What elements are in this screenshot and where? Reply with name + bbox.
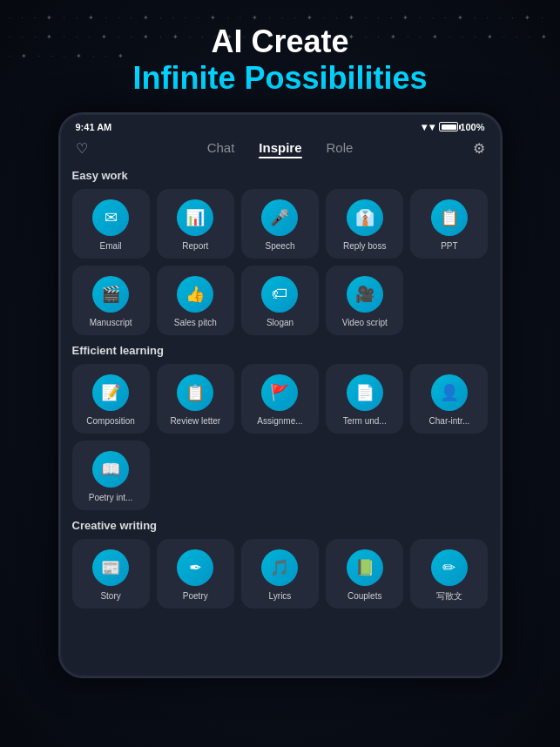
item-label: Reply boss: [343, 241, 386, 252]
content-area: Easy work✉Email📊Report🎤Speech👔Reply boss…: [60, 164, 501, 651]
grid-item-slogan[interactable]: 🏷Slogan: [241, 266, 319, 335]
status-bar: 9:41 AM ▾ ▾ 100%: [60, 114, 501, 137]
item-label: Poetry: [183, 591, 208, 602]
grid-item-video-script[interactable]: 🎥Video script: [326, 266, 403, 335]
item-label: Char-intr...: [429, 416, 470, 427]
poetry-int...-icon: 📖: [92, 451, 129, 488]
battery-icon: [439, 122, 458, 131]
grid-item-写散文[interactable]: ✏写散文: [410, 539, 488, 609]
manuscript-icon: 🎬: [92, 276, 129, 313]
item-label: Slogan: [267, 318, 293, 328]
wifi-icon: ▾ ▾: [422, 121, 435, 133]
grid-item-term-und...[interactable]: 📄Term und...: [326, 364, 403, 434]
grid: 📰Story✒Poetry🎵Lyrics📗Couplets✏写散文: [72, 539, 489, 609]
poetry-icon: ✒: [177, 549, 213, 586]
battery-percent: 100%: [460, 122, 484, 132]
item-label: Speech: [266, 241, 295, 252]
grid-item-poetry[interactable]: ✒Poetry: [157, 539, 234, 609]
grid-item-reply-boss[interactable]: 👔Reply boss: [326, 189, 403, 259]
couplets-icon: 📗: [347, 549, 383, 586]
header-title-line2: Infinite Possibilities: [0, 59, 560, 97]
item-label: PPT: [441, 241, 457, 252]
section-label: Easy work: [72, 169, 489, 182]
grid-item-assignme...[interactable]: 🚩Assignme...: [241, 364, 319, 434]
header-title-line1: AI Create: [0, 24, 560, 59]
nav-tabs: ♡ Chat Inspire Role ⚙: [60, 137, 501, 164]
grid-item-story[interactable]: 📰Story: [72, 539, 150, 609]
settings-icon[interactable]: ⚙: [473, 140, 485, 157]
sales-pitch-icon: 👍: [177, 276, 213, 313]
grid-item-speech[interactable]: 🎤Speech: [241, 189, 319, 259]
assignme...-icon: 🚩: [261, 374, 298, 411]
video-script-icon: 🎥: [347, 276, 383, 313]
heart-icon[interactable]: ♡: [76, 140, 88, 157]
grid-item-manuscript[interactable]: 🎬Manuscript: [72, 266, 150, 335]
grid-item-composition[interactable]: 📝Composition: [72, 364, 150, 434]
reply-boss-icon: 👔: [347, 199, 383, 236]
item-label: Report: [182, 241, 208, 252]
item-label: Sales pitch: [174, 318, 217, 328]
composition-icon: 📝: [92, 374, 129, 411]
lyrics-icon: 🎵: [261, 549, 298, 586]
item-label: Composition: [86, 416, 135, 427]
report-icon: 📊: [177, 199, 213, 236]
status-time: 9:41 AM: [76, 122, 112, 132]
story-icon: 📰: [92, 549, 129, 586]
tab-role[interactable]: Role: [327, 140, 354, 155]
tab-inspire[interactable]: Inspire: [259, 140, 301, 155]
tab-active-underline: [259, 157, 302, 158]
item-label: Lyrics: [269, 591, 292, 602]
status-right: ▾ ▾ 100%: [422, 121, 484, 133]
grid-item-email[interactable]: ✉Email: [72, 189, 150, 259]
item-label: Video script: [342, 318, 388, 328]
section-label: Creative writing: [72, 519, 489, 532]
item-label: Assignme...: [257, 416, 302, 427]
item-label: Story: [100, 591, 120, 602]
grid-item-lyrics[interactable]: 🎵Lyrics: [241, 539, 319, 609]
term-und...-icon: 📄: [347, 374, 383, 411]
item-label: Email: [100, 241, 122, 252]
grid-item-ppt[interactable]: 📋PPT: [410, 189, 488, 259]
grid-item-sales-pitch[interactable]: 👍Sales pitch: [157, 266, 234, 335]
tab-chat[interactable]: Chat: [207, 140, 235, 155]
grid: ✉Email📊Report🎤Speech👔Reply boss📋PPT🎬Manu…: [72, 189, 489, 335]
speech-icon: 🎤: [261, 199, 298, 236]
ipad-frame: 9:41 AM ▾ ▾ 100% ♡ Chat Inspire Role ⚙ E…: [58, 112, 503, 678]
item-label: Poetry int...: [89, 493, 133, 503]
grid-item-couplets[interactable]: 📗Couplets: [326, 539, 403, 609]
写散文-icon: ✏: [431, 549, 468, 586]
item-label: Term und...: [343, 416, 387, 427]
item-label: 写散文: [436, 591, 462, 602]
battery-indicator: 100%: [439, 122, 484, 132]
grid-item-char-intr...[interactable]: 👤Char-intr...: [410, 364, 488, 434]
char-intr...-icon: 👤: [431, 374, 468, 411]
item-label: Manuscript: [90, 318, 132, 328]
grid: 📝Composition📋Review letter🚩Assignme...📄T…: [72, 364, 489, 510]
grid-item-poetry-int...[interactable]: 📖Poetry int...: [72, 441, 150, 510]
ppt-icon: 📋: [431, 199, 468, 236]
header: AI Create Infinite Possibilities: [0, 0, 560, 112]
slogan-icon: 🏷: [261, 276, 298, 313]
item-label: Review letter: [170, 416, 220, 427]
grid-item-report[interactable]: 📊Report: [157, 189, 234, 259]
email-icon: ✉: [92, 199, 129, 236]
section-label: Efficient learning: [72, 344, 489, 357]
item-label: Couplets: [347, 591, 381, 602]
grid-item-review-letter[interactable]: 📋Review letter: [157, 364, 234, 434]
review-letter-icon: 📋: [177, 374, 213, 411]
